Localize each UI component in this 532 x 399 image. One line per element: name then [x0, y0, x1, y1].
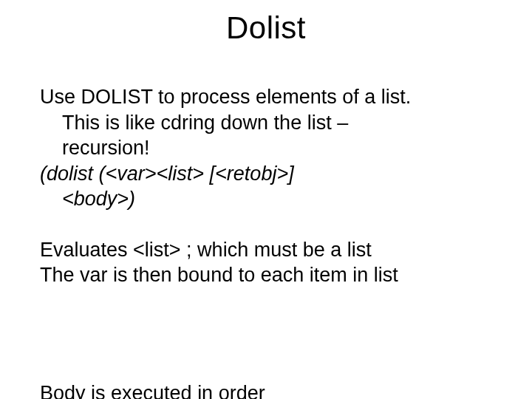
slide-content: Use DOLIST to process elements of a list… [0, 84, 532, 288]
spacer [40, 212, 492, 237]
slide-title: Dolist [0, 10, 532, 46]
intro-line-1: Use DOLIST to process elements of a list… [40, 84, 492, 110]
paragraph-intro: Use DOLIST to process elements of a list… [40, 84, 492, 161]
intro-line-3: recursion! [40, 135, 492, 161]
cutoff-line: Body is executed in order [40, 382, 265, 399]
eval-line-2: The var is then bound to each item in li… [40, 262, 492, 288]
paragraph-eval: Evaluates <list> ; which must be a list … [40, 237, 492, 288]
syntax-line-1: (dolist (<var><list> [<retobj>] [40, 161, 492, 187]
eval-line-1: Evaluates <list> ; which must be a list [40, 237, 492, 263]
syntax-line-2: <body>) [40, 186, 492, 212]
slide: Dolist Use DOLIST to process elements of… [0, 10, 532, 399]
intro-line-2: This is like cdring down the list – [40, 110, 492, 136]
